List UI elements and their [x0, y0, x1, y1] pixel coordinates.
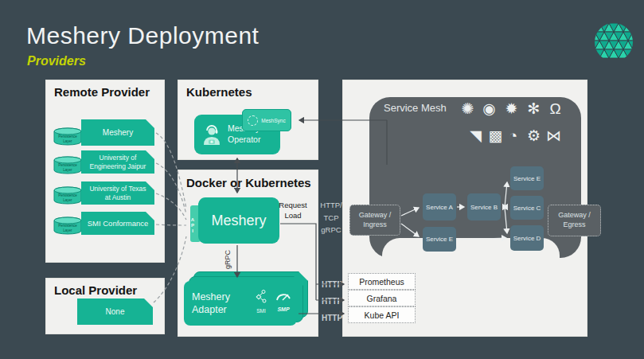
meshsync-node: MeshSync	[242, 109, 291, 131]
mesh-logo-9-icon: ⚙	[523, 125, 544, 146]
mesh-logo-10-icon: ⋈	[543, 125, 564, 146]
provider-smi-conformance: SMI Conformance	[81, 212, 154, 235]
meshery-adapter-label: Meshery Adapter	[192, 291, 249, 317]
service-b-node: Service B	[467, 193, 501, 220]
service-mesh-title: Service Mesh	[384, 102, 447, 114]
svg-text:Persistence: Persistence	[58, 193, 77, 197]
meshsync-icon	[248, 115, 258, 126]
meshsync-label: MeshSync	[261, 118, 285, 123]
mesh-logo-6-icon: ◥	[465, 125, 486, 146]
grafana-node: Grafana	[348, 290, 416, 306]
svg-text:Layer: Layer	[63, 228, 72, 232]
mesh-logo-1-icon: ✺	[457, 98, 478, 119]
prometheus-node: Prometheus	[348, 273, 416, 290]
kubernetes-title: Kubernetes	[186, 85, 252, 99]
service-a-node: Service A	[423, 193, 456, 220]
mesh-logo-5-icon: Ω	[544, 98, 566, 119]
local-provider-title: Local Provider	[54, 283, 137, 297]
smp-badge: SMP	[273, 289, 294, 312]
provider-meshery: Meshery	[81, 119, 154, 146]
svg-text:Layer: Layer	[63, 139, 72, 143]
service-e-top-node: Service E	[510, 166, 544, 190]
service-d-node: Service D	[510, 225, 544, 251]
smp-icon	[275, 289, 292, 303]
provider-uni-texas: University of Texas at Austin	[81, 181, 154, 205]
mesh-logo-2-icon: ◉	[478, 98, 500, 119]
gateway-ingress-node: Gateway / Ingress	[349, 205, 400, 236]
smi-badge: SMI	[251, 289, 271, 314]
request-load-label: Request Load	[272, 200, 314, 221]
meshery-logo-icon	[592, 21, 635, 67]
svg-text:Persistence: Persistence	[58, 163, 77, 167]
svg-text:Persistence: Persistence	[58, 224, 77, 228]
docker-kubernetes-title: Docker or Kubernetes	[186, 176, 311, 189]
svg-text:Persistence: Persistence	[58, 135, 77, 139]
gateway-egress-node: Gateway / Egress	[548, 205, 601, 236]
persistence-cylinder-icon: PersistenceLayer	[53, 155, 83, 178]
page-title: Meshery Deployment	[26, 22, 259, 49]
svg-text:Layer: Layer	[63, 198, 72, 202]
page-subtitle: Providers	[27, 54, 86, 68]
http-label-3: HTTP	[318, 314, 345, 322]
http-label-1: HTTP	[318, 280, 345, 289]
persistence-cylinder-icon: PersistenceLayer	[53, 216, 83, 239]
mesh-logo-8-icon: ◔	[502, 125, 524, 146]
provider-none: None	[77, 299, 153, 325]
meshery-node: Meshery	[198, 197, 279, 244]
operator-person-icon	[200, 123, 224, 150]
mesh-logo-4-icon: ✻	[523, 98, 544, 119]
kube-api-node: Kube API	[348, 306, 416, 323]
slide: Meshery Deployment Providers Remote Prov…	[0, 0, 644, 359]
persistence-cylinder-icon: PersistenceLayer	[53, 127, 83, 150]
http-label-2: HTTP	[318, 297, 345, 306]
svg-text:Layer: Layer	[63, 168, 72, 172]
smi-icon	[254, 289, 268, 305]
remote-provider-title: Remote Provider	[54, 85, 150, 99]
meshery-adapter-node: Meshery Adapter SMI SMP	[184, 281, 297, 326]
grpc-label: gRPC	[224, 244, 232, 275]
mesh-logo-3-icon: ✹	[501, 98, 522, 119]
provider-uni-jaipur: University of Engineering Jaipur	[81, 150, 154, 174]
persistence-cylinder-icon: PersistenceLayer	[53, 185, 83, 209]
service-c-node: Service C	[510, 196, 544, 220]
service-e-bottom-node: Service E	[423, 227, 456, 252]
